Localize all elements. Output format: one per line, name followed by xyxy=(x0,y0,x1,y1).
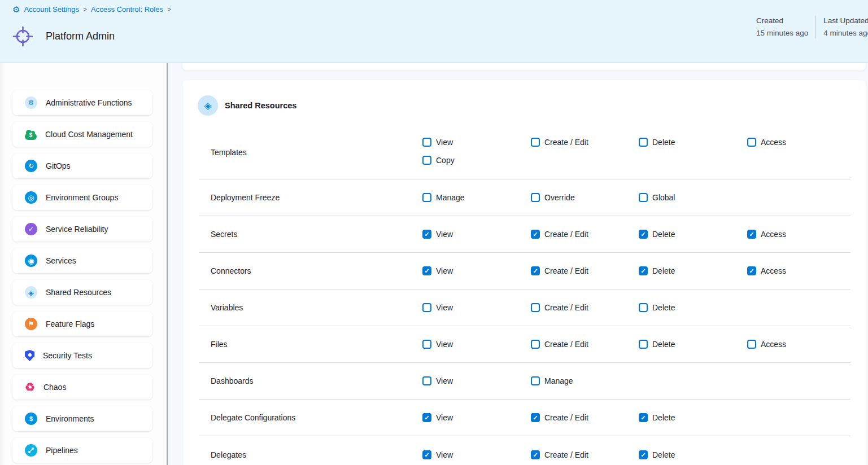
permission-secrets-create-edit[interactable]: ✓Create / Edit xyxy=(531,229,639,240)
permission-checkbox[interactable] xyxy=(422,340,431,349)
permission-secrets-access[interactable]: ✓Access xyxy=(747,229,850,240)
permission-cell: Create / Edit xyxy=(531,326,639,362)
permission-templates-view[interactable]: View xyxy=(422,137,531,148)
permission-templates-access[interactable]: Access xyxy=(747,137,850,148)
permission-dashboards-view[interactable]: View xyxy=(422,375,531,387)
sidebar-item-cloud-cost-management[interactable]: $Cloud Cost Management xyxy=(12,122,152,147)
permission-files-delete[interactable]: Delete xyxy=(639,339,747,350)
permission-checkbox[interactable]: ✓ xyxy=(639,266,648,275)
permission-checkbox[interactable] xyxy=(747,340,756,349)
permission-checkbox[interactable] xyxy=(531,376,540,385)
sidebar-item-administrative-functions[interactable]: ⚙Administrative Functions xyxy=(12,90,152,115)
permission-checkbox[interactable]: ✓ xyxy=(422,266,431,275)
permission-delegates-view[interactable]: ✓View xyxy=(422,449,531,460)
permission-checkbox[interactable]: ✓ xyxy=(747,266,756,275)
sidebar-item-environments[interactable]: $Environments xyxy=(12,406,152,431)
permission-cell: ✓Delete xyxy=(639,253,747,289)
permission-checkbox[interactable] xyxy=(531,138,540,147)
permission-checkbox[interactable]: ✓ xyxy=(639,230,648,239)
permission-cell: ✓Access xyxy=(747,216,850,252)
permission-checkbox[interactable]: ✓ xyxy=(531,230,540,239)
permission-deployment-freeze-manage[interactable]: Manage xyxy=(422,192,531,203)
permission-checkbox[interactable]: ✓ xyxy=(422,450,431,459)
permission-row-dashboards: DashboardsViewManage xyxy=(199,363,850,400)
permission-checkbox[interactable]: ✓ xyxy=(639,450,648,459)
permission-files-create-edit[interactable]: Create / Edit xyxy=(531,339,639,350)
sidebar-item-service-reliability[interactable]: ✓Service Reliability xyxy=(12,217,152,242)
permission-variables-delete[interactable]: Delete xyxy=(639,302,747,313)
permission-dashboards-manage[interactable]: Manage xyxy=(531,375,639,387)
permission-checkbox[interactable]: ✓ xyxy=(422,230,431,239)
permission-files-access[interactable]: Access xyxy=(747,339,850,350)
sidebar-item-label: Security Tests xyxy=(43,351,92,360)
permission-connectors-create-edit[interactable]: ✓Create / Edit xyxy=(531,265,639,277)
permission-checkbox[interactable]: ✓ xyxy=(639,413,648,422)
permission-delegates-create-edit[interactable]: ✓Create / Edit xyxy=(531,449,639,460)
permission-delegates-delete[interactable]: ✓Delete xyxy=(639,449,747,460)
permission-checkbox[interactable] xyxy=(639,193,648,202)
permission-connectors-view[interactable]: ✓View xyxy=(422,265,531,277)
permission-files-view[interactable]: View xyxy=(422,339,531,350)
permission-label: Delete xyxy=(652,229,675,240)
sidebar-item-services[interactable]: ◉Services xyxy=(12,248,152,273)
security-tests-icon xyxy=(25,350,34,361)
permission-cell: Manage xyxy=(422,179,531,216)
permission-cell: View xyxy=(422,326,531,362)
previous-section-card-edge xyxy=(182,63,866,71)
permission-checkbox[interactable] xyxy=(747,138,756,147)
permission-checkbox[interactable]: ✓ xyxy=(531,450,540,459)
sidebar-item-feature-flags[interactable]: ⚑Feature Flags xyxy=(12,312,152,336)
permission-secrets-delete[interactable]: ✓Delete xyxy=(639,229,747,240)
permission-connectors-delete[interactable]: ✓Delete xyxy=(639,265,747,277)
page-title: Platform Admin xyxy=(46,30,115,42)
permission-delegate-configurations-create-edit[interactable]: ✓Create / Edit xyxy=(531,412,639,423)
permission-delegate-configurations-view[interactable]: ✓View xyxy=(422,412,531,423)
permission-templates-create-edit[interactable]: Create / Edit xyxy=(531,137,639,148)
permission-cell xyxy=(747,289,850,326)
meta-divider xyxy=(815,16,816,38)
content-area: ⚙Administrative Functions$Cloud Cost Man… xyxy=(0,63,868,465)
permission-checkbox[interactable] xyxy=(639,340,648,349)
permission-row-templates: TemplatesViewCopyCreate / EditDeleteAcce… xyxy=(199,126,850,179)
permission-row-delegate-configurations: Delegate Configurations✓View✓Create / Ed… xyxy=(199,400,850,436)
breadcrumb-separator: > xyxy=(83,6,87,14)
sidebar-item-chaos[interactable]: ♻Chaos xyxy=(12,375,152,400)
permission-checkbox[interactable] xyxy=(422,193,431,202)
permission-checkbox[interactable] xyxy=(422,138,431,147)
sidebar-item-label: Administrative Functions xyxy=(46,98,132,107)
sidebar-item-pipelines[interactable]: Pipelines xyxy=(12,438,152,463)
permission-cell: ✓Access xyxy=(747,253,850,289)
permission-variables-create-edit[interactable]: Create / Edit xyxy=(531,302,639,313)
permission-checkbox[interactable] xyxy=(422,156,431,165)
permission-variables-view[interactable]: View xyxy=(422,302,531,313)
permission-checkbox[interactable]: ✓ xyxy=(422,413,431,422)
permission-checkbox[interactable]: ✓ xyxy=(747,230,756,239)
permission-connectors-access[interactable]: ✓Access xyxy=(747,265,850,277)
permission-checkbox[interactable] xyxy=(639,138,648,147)
permission-checkbox[interactable]: ✓ xyxy=(531,266,540,275)
sidebar-item-environment-groups[interactable]: ◎Environment Groups xyxy=(12,185,152,210)
permission-checkbox[interactable] xyxy=(422,303,431,312)
breadcrumb-link-access-control-roles[interactable]: Access Control: Roles xyxy=(91,5,163,14)
sidebar-item-label: Cloud Cost Management xyxy=(45,130,133,139)
permission-checkbox[interactable] xyxy=(639,303,648,312)
permission-checkbox[interactable] xyxy=(531,303,540,312)
permission-deployment-freeze-global[interactable]: Global xyxy=(639,192,747,203)
sidebar-item-label: Service Reliability xyxy=(46,225,108,234)
permission-checkbox[interactable] xyxy=(531,340,540,349)
sidebar-item-shared-resources[interactable]: ◈Shared Resources xyxy=(12,280,152,305)
permission-checkbox[interactable] xyxy=(422,376,431,385)
permission-label: View xyxy=(436,339,453,350)
permission-secrets-view[interactable]: ✓View xyxy=(422,229,531,240)
permission-label: Manage xyxy=(544,375,573,387)
permission-label: Create / Edit xyxy=(544,449,588,460)
sidebar-item-security-tests[interactable]: Security Tests xyxy=(12,343,152,368)
permission-delegate-configurations-delete[interactable]: ✓Delete xyxy=(639,412,747,423)
permission-templates-delete[interactable]: Delete xyxy=(639,137,747,148)
permission-checkbox[interactable] xyxy=(531,193,540,202)
permission-templates-copy[interactable]: Copy xyxy=(422,155,531,166)
permission-checkbox[interactable]: ✓ xyxy=(531,413,540,422)
sidebar-item-gitops[interactable]: ↻GitOps xyxy=(12,153,152,178)
breadcrumb-link-account-settings[interactable]: Account Settings xyxy=(24,5,79,14)
permission-deployment-freeze-override[interactable]: Override xyxy=(531,192,639,203)
